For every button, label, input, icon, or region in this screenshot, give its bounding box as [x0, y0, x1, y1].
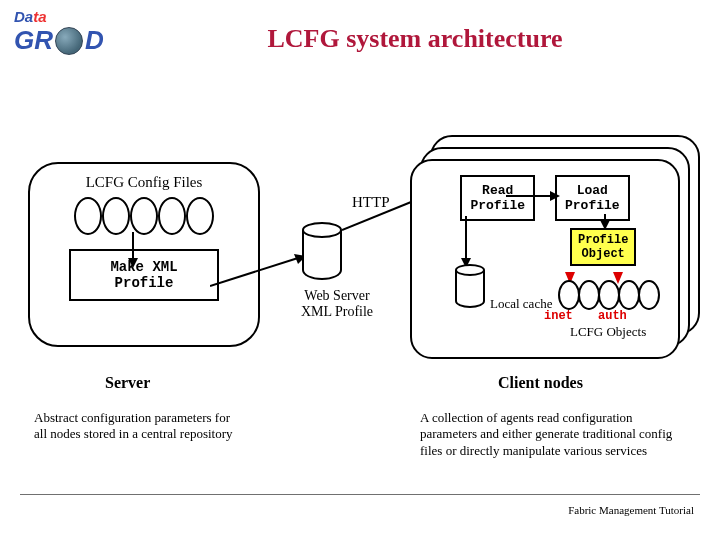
datagrid-logo: Data GRD [14, 8, 109, 58]
logo-text-1: Da [14, 8, 33, 25]
svg-marker-1 [128, 258, 138, 268]
lcfg-objects-label: LCFG Objects [570, 324, 646, 340]
svg-line-4 [342, 200, 416, 230]
client-description: A collection of agents read configuratio… [420, 410, 690, 459]
footer-divider [20, 494, 700, 495]
web-server-label: Web ServerXML Profile [282, 288, 392, 320]
server-box-heading: LCFG Config Files [42, 174, 246, 191]
inet-label: inet [544, 309, 573, 323]
file-oval-icon [74, 197, 102, 235]
arrow-files-to-makexml [108, 232, 158, 272]
profile-object-box: ProfileObject [570, 228, 636, 266]
logo-text-2: ta [33, 8, 46, 25]
file-oval-icon [130, 197, 158, 235]
slide-title: LCFG system architecture [150, 24, 680, 54]
file-oval-icon [102, 197, 130, 235]
arrow-read-to-load [506, 186, 566, 206]
lcfg-objects-icons [560, 280, 660, 310]
footer-text: Fabric Management Tutorial [568, 504, 694, 516]
client-section-label: Client nodes [498, 374, 583, 392]
svg-line-2 [210, 258, 298, 286]
globe-icon [55, 27, 83, 55]
lcfg-object-oval-icon [558, 280, 580, 310]
lcfg-object-oval-icon [638, 280, 660, 310]
lcfg-object-oval-icon [598, 280, 620, 310]
config-files-icons [42, 197, 246, 235]
server-section-label: Server [105, 374, 150, 392]
file-oval-icon [158, 197, 186, 235]
web-server-cylinder-icon [302, 222, 342, 280]
server-description: Abstract configuration parameters for al… [34, 410, 244, 443]
logo-grid-text: GRD [14, 25, 109, 56]
lcfg-object-oval-icon [618, 280, 640, 310]
file-oval-icon [186, 197, 214, 235]
local-cache-cylinder-icon [455, 264, 485, 308]
lcfg-object-oval-icon [578, 280, 600, 310]
svg-marker-7 [550, 191, 560, 201]
auth-label: auth [598, 309, 627, 323]
